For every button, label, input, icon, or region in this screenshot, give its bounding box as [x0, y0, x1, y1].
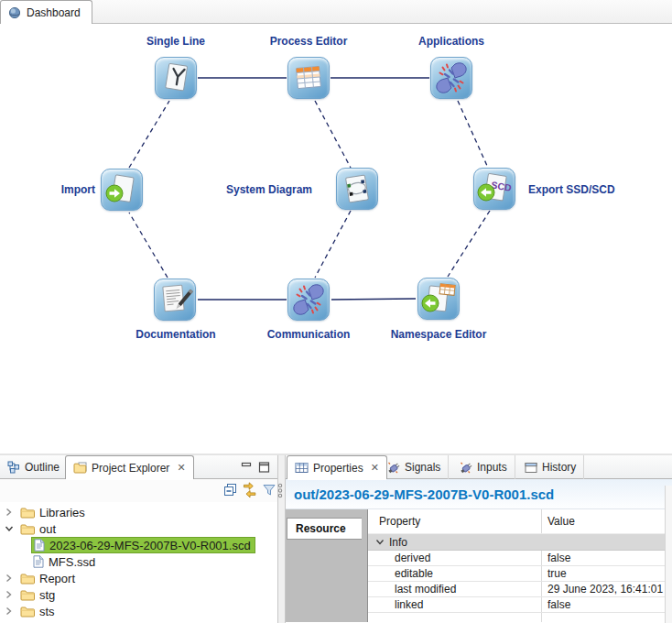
- tree-item-label: out: [39, 522, 56, 536]
- tab-properties-label: Properties: [313, 462, 363, 475]
- chevron-right-icon[interactable]: [5, 508, 13, 517]
- node-label-documentation: Documentation: [121, 328, 231, 342]
- node-communication[interactable]: [287, 279, 330, 321]
- property-name: derived: [368, 552, 541, 564]
- tab-project-explorer-label: Project Explorer: [92, 462, 169, 475]
- tab-inputs[interactable]: Inputs: [451, 455, 515, 479]
- plug-icon: [386, 461, 400, 475]
- node-namespace-editor[interactable]: [417, 278, 460, 320]
- node-label-process-editor: Process Editor: [254, 35, 363, 49]
- node-import[interactable]: [101, 169, 143, 211]
- property-name: editable: [368, 567, 541, 580]
- left-view-tab-bar: Outline Project Explorer ✕: [0, 455, 277, 479]
- tree-item-label: Libraries: [39, 506, 85, 519]
- tree-item-scd-file[interactable]: 2023-06-29-MFS-2007B-V0-R001.scd: [0, 537, 277, 553]
- tree-item-out[interactable]: out: [0, 520, 277, 537]
- node-documentation[interactable]: [154, 279, 196, 321]
- property-name: last modified: [368, 583, 541, 596]
- property-value: false: [541, 598, 570, 611]
- tab-outline[interactable]: Outline: [0, 455, 68, 479]
- property-category-strip: Resource: [286, 509, 368, 622]
- selected-tree-item[interactable]: 2023-06-29-MFS-2007B-V0-R001.scd: [31, 537, 255, 553]
- property-row-editable[interactable]: editable true: [368, 566, 672, 582]
- tab-history[interactable]: History: [517, 455, 584, 479]
- tab-signals-label: Signals: [405, 461, 440, 474]
- tab-dashboard-label: Dashboard: [27, 6, 81, 19]
- tab-signals[interactable]: Signals: [379, 455, 449, 479]
- node-applications[interactable]: [430, 57, 472, 99]
- tab-dashboard[interactable]: Dashboard: [0, 0, 92, 24]
- property-value: 29 June 2023, 16:41:01: [541, 583, 663, 596]
- single-line-diagram-icon: [155, 57, 197, 99]
- properties-body: Resource Property Value Info: [286, 509, 672, 622]
- properties-header-title: out/2023-06-29-MFS-2007B-V0-R001.scd: [286, 486, 554, 502]
- plugs-icon: [287, 279, 330, 321]
- vertical-scrollbar[interactable]: [665, 486, 672, 623]
- bottom-panels: Outline Project Explorer ✕: [0, 455, 672, 623]
- properties-table-header: Property Value: [368, 509, 672, 534]
- namespace-table-document-icon: [417, 278, 460, 320]
- property-row-derived[interactable]: derived false: [368, 551, 672, 566]
- tree-item-stg[interactable]: stg: [0, 586, 277, 603]
- chevron-right-icon[interactable]: [5, 590, 13, 599]
- property-group-info[interactable]: Info: [368, 534, 672, 551]
- tab-inputs-label: Inputs: [477, 461, 507, 474]
- folder-icon: [73, 462, 87, 474]
- maximize-icon[interactable]: [257, 461, 271, 474]
- node-label-single-line: Single Line: [121, 35, 231, 49]
- import-document-icon: [101, 169, 143, 211]
- tab-resource[interactable]: Resource: [287, 518, 362, 540]
- export-scd-document-icon: SCD: [473, 168, 515, 210]
- minimize-icon[interactable]: [240, 461, 254, 474]
- chevron-right-icon[interactable]: [5, 574, 13, 583]
- dashboard-editor: Single Line Process Editor Applications …: [0, 24, 672, 454]
- column-header-property: Property: [368, 515, 541, 528]
- folder-open-icon: [20, 523, 35, 535]
- folder-icon: [20, 573, 35, 585]
- properties-form-header: out/2023-06-29-MFS-2007B-V0-R001.scd: [286, 479, 672, 509]
- tab-properties[interactable]: Properties ✕: [287, 455, 387, 479]
- tab-resource-label: Resource: [296, 522, 346, 535]
- tab-history-label: History: [542, 461, 576, 474]
- editor-tab-bar: Dashboard: [0, 0, 672, 24]
- tree-item-ssd-file[interactable]: MFS.ssd: [0, 553, 277, 570]
- property-row-last-modified[interactable]: last modified 29 June 2023, 16:41:01: [368, 582, 672, 597]
- table-editor-icon: [287, 57, 330, 99]
- collapse-all-icon[interactable]: [222, 482, 239, 498]
- node-label-export-ssd-scd: Export SSD/SCD: [528, 183, 656, 197]
- file-icon: [33, 555, 44, 568]
- table-icon: [295, 462, 309, 474]
- property-row-linked[interactable]: linked false: [368, 597, 672, 613]
- project-tree: Libraries out: [0, 502, 277, 623]
- chevron-right-icon[interactable]: [5, 607, 13, 616]
- link-with-editor-icon[interactable]: [242, 482, 258, 498]
- tree-item-label: stg: [39, 588, 55, 602]
- tree-item-label: 2023-06-29-MFS-2007B-V0-R001.scd: [49, 539, 251, 552]
- folder-icon: [20, 606, 35, 618]
- chevron-down-icon[interactable]: [5, 524, 14, 533]
- node-system-diagram[interactable]: [336, 168, 378, 210]
- node-process-editor[interactable]: [287, 57, 330, 99]
- close-icon[interactable]: ✕: [177, 462, 185, 474]
- node-label-system-diagram: System Diagram: [202, 183, 312, 197]
- node-single-line[interactable]: [155, 57, 197, 99]
- tab-project-explorer[interactable]: Project Explorer ✕: [65, 455, 194, 479]
- hexagon-connector-lines: [0, 24, 672, 454]
- tree-item-libraries[interactable]: Libraries: [0, 504, 277, 520]
- column-header-value: Value: [541, 515, 575, 528]
- node-export-ssd-scd[interactable]: SCD: [473, 168, 515, 210]
- network-diagram-icon: [336, 168, 378, 210]
- application-window: Dashboard Single Line Process Editor App…: [0, 0, 672, 623]
- tree-item-sts[interactable]: sts: [0, 603, 277, 619]
- project-explorer-panel: Outline Project Explorer ✕: [0, 455, 278, 623]
- outline-icon: [7, 461, 20, 474]
- close-icon[interactable]: ✕: [371, 462, 379, 474]
- property-value: false: [541, 552, 570, 564]
- tab-outline-label: Outline: [25, 461, 60, 474]
- node-label-import: Import: [16, 183, 95, 197]
- chevron-down-icon[interactable]: [375, 538, 385, 546]
- tree-item-report[interactable]: Report: [0, 570, 277, 586]
- document-pen-icon: [154, 279, 196, 321]
- node-label-namespace-editor: Namespace Editor: [384, 328, 493, 342]
- file-icon: [34, 539, 45, 552]
